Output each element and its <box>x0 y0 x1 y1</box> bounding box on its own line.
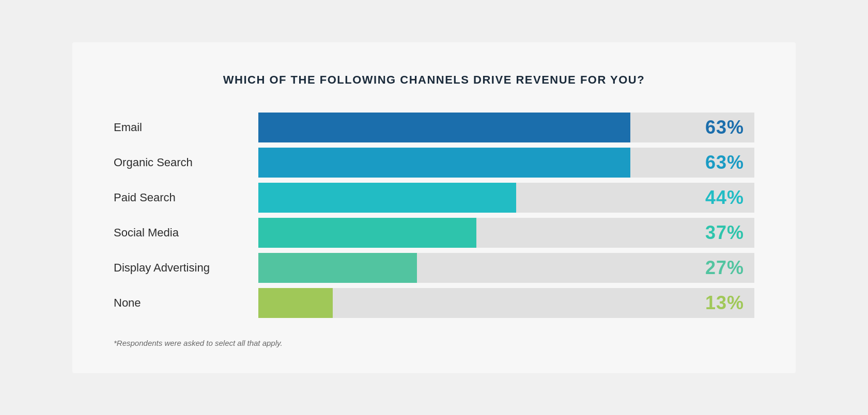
bar-row: Organic Search63% <box>114 148 754 178</box>
bar-label: Organic Search <box>114 156 258 169</box>
bar-row: Paid Search44% <box>114 183 754 213</box>
bar-fill <box>258 148 630 178</box>
bar-track: 27% <box>258 253 754 283</box>
bar-track: 13% <box>258 288 754 318</box>
bar-row: Display Advertising27% <box>114 253 754 283</box>
bar-value: 13% <box>705 292 744 314</box>
chart-card: WHICH OF THE FOLLOWING CHANNELS DRIVE RE… <box>72 42 796 373</box>
bar-value: 63% <box>705 152 744 173</box>
bar-label: Social Media <box>114 226 258 240</box>
bar-value: 27% <box>705 257 744 279</box>
bar-fill <box>258 113 630 142</box>
bar-fill <box>258 183 516 213</box>
chart-title: WHICH OF THE FOLLOWING CHANNELS DRIVE RE… <box>114 73 754 87</box>
bar-fill <box>258 218 476 248</box>
bar-fill <box>258 253 417 283</box>
bar-label: Email <box>114 121 258 134</box>
bar-track: 63% <box>258 148 754 178</box>
bar-label: Paid Search <box>114 191 258 204</box>
bar-row: Social Media37% <box>114 218 754 248</box>
chart-area: Email63%Organic Search63%Paid Search44%S… <box>114 113 754 318</box>
bar-track: 37% <box>258 218 754 248</box>
footnote: *Respondents were asked to select all th… <box>114 339 754 347</box>
bar-fill <box>258 288 333 318</box>
bar-value: 63% <box>705 117 744 138</box>
bar-label: Display Advertising <box>114 261 258 275</box>
bar-track: 44% <box>258 183 754 213</box>
bar-label: None <box>114 296 258 310</box>
bar-value: 37% <box>705 222 744 244</box>
bar-row: None13% <box>114 288 754 318</box>
bar-value: 44% <box>705 187 744 209</box>
bar-track: 63% <box>258 113 754 142</box>
bar-row: Email63% <box>114 113 754 142</box>
